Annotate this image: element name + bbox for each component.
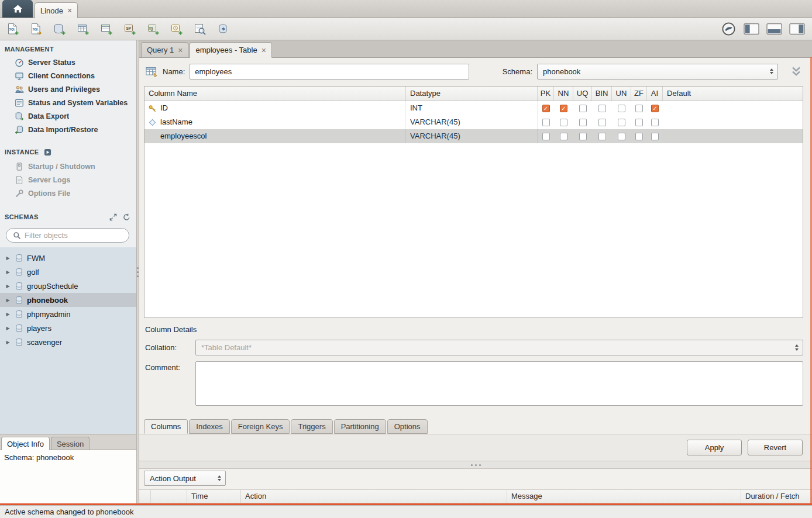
revert-button[interactable]: Revert <box>748 440 803 455</box>
schema-item-players[interactable]: ▶players <box>0 321 136 335</box>
collation-select[interactable]: *Table Default* <box>195 340 803 355</box>
search-table-data-icon[interactable] <box>190 20 211 38</box>
action-output-selector[interactable]: Action Output <box>144 471 226 486</box>
toggle-right-sidebar-icon[interactable] <box>787 20 806 38</box>
column-row-employeescol[interactable]: employeescolVARCHAR(45) <box>144 129 803 143</box>
expand-arrow-icon[interactable]: ▶ <box>5 284 11 289</box>
schema-item-phpmyadmin[interactable]: ▶phpmyadmin <box>0 307 136 321</box>
sidebar-item-server-logs[interactable]: Server Logs <box>0 173 136 187</box>
toggle-bottom-panel-icon[interactable] <box>765 20 783 38</box>
flag-checkbox[interactable] <box>579 133 587 140</box>
flag-checkbox[interactable] <box>560 133 567 140</box>
new-query-tab-icon[interactable]: SQL <box>2 20 23 38</box>
stepper-icon[interactable] <box>215 475 223 482</box>
window-tab-label: Linode <box>40 6 63 15</box>
expand-arrow-icon[interactable]: ▶ <box>5 312 11 317</box>
sidebar-item-server-status[interactable]: Server Status <box>0 56 136 69</box>
info-tab-object-info[interactable]: Object Info <box>1 437 50 450</box>
new-event-icon[interactable] <box>166 20 187 38</box>
output-splitter[interactable] <box>139 461 812 468</box>
column-datatype-cell: INT <box>406 101 538 115</box>
flag-checkbox[interactable]: ✓ <box>542 105 550 112</box>
flag-checkbox[interactable] <box>579 119 587 126</box>
flag-checkbox[interactable] <box>618 105 625 112</box>
flag-checkbox[interactable] <box>618 119 625 126</box>
sidebar-item-status-and-system-variables[interactable]: Status and System Variables <box>0 96 136 109</box>
sidebar-item-startup-shutdown[interactable]: Startup / Shutdown <box>0 160 136 173</box>
stepper-icon[interactable] <box>793 344 801 351</box>
flag-checkbox[interactable] <box>635 133 643 140</box>
flag-checkbox[interactable]: ✓ <box>560 105 567 112</box>
new-function-icon[interactable]: f() <box>143 20 164 38</box>
close-icon[interactable]: × <box>178 47 183 54</box>
schema-item-scavenger[interactable]: ▶scavenger <box>0 335 136 349</box>
flag-checkbox[interactable] <box>579 105 587 112</box>
new-view-icon[interactable] <box>96 20 117 38</box>
subtab-foreign-keys[interactable]: Foreign Keys <box>231 419 290 434</box>
collapse-header-chevrons-icon[interactable] <box>790 65 803 78</box>
tab-label: employees - Table <box>195 46 257 54</box>
action-output-header-cell: Message <box>507 490 741 503</box>
workbench-logo-icon[interactable] <box>719 20 738 38</box>
subtab-columns[interactable]: Columns <box>144 419 188 434</box>
new-procedure-icon[interactable]: SP <box>119 20 140 38</box>
reconnect-dbms-icon[interactable] <box>213 20 234 38</box>
grid-header-cell: UQ <box>573 87 592 101</box>
flag-checkbox[interactable] <box>598 133 606 140</box>
subtab-indexes[interactable]: Indexes <box>189 419 230 434</box>
subtab-options[interactable]: Options <box>387 419 428 434</box>
schema-item-golf[interactable]: ▶golf <box>0 265 136 279</box>
subtab-partitioning[interactable]: Partitioning <box>334 419 386 434</box>
action-output-header: TimeActionMessageDuration / Fetch <box>139 489 812 503</box>
expand-arrow-icon[interactable]: ▶ <box>5 270 11 275</box>
sidebar-item-data-export[interactable]: Data Export <box>0 109 136 123</box>
flag-checkbox[interactable] <box>635 119 643 126</box>
toggle-left-sidebar-icon[interactable] <box>742 20 761 38</box>
info-tab-session[interactable]: Session <box>51 437 90 450</box>
tab-label: Query 1 <box>147 46 174 54</box>
home-tab[interactable] <box>2 0 33 18</box>
close-icon[interactable]: × <box>262 47 266 54</box>
close-icon[interactable]: × <box>67 7 72 14</box>
schema-item-groupschedule[interactable]: ▶groupSchedule <box>0 279 136 293</box>
table-name-input[interactable] <box>190 64 469 80</box>
stepper-icon[interactable] <box>768 68 776 75</box>
expand-arrow-icon[interactable]: ▶ <box>5 298 11 303</box>
tab-query-1[interactable]: Query 1× <box>141 42 188 58</box>
comment-textarea[interactable] <box>195 361 803 406</box>
apply-button[interactable]: Apply <box>687 440 742 455</box>
flag-checkbox[interactable] <box>542 119 550 126</box>
expand-arrow-icon[interactable]: ▶ <box>5 340 11 345</box>
schema-select[interactable]: phonebook <box>537 64 778 80</box>
column-row-lastname[interactable]: lastNameVARCHAR(45) <box>144 115 803 129</box>
schema-item-fwm[interactable]: ▶FWM <box>0 251 136 265</box>
new-table-icon[interactable] <box>73 20 94 38</box>
expand-schemas-icon[interactable] <box>108 212 118 222</box>
flag-checkbox[interactable] <box>651 133 659 140</box>
refresh-schemas-icon[interactable] <box>122 212 132 222</box>
flag-checkbox[interactable] <box>618 133 625 140</box>
flag-checkbox[interactable] <box>635 105 643 112</box>
column-row-id[interactable]: IDINT✓✓✓ <box>144 101 803 115</box>
subtab-triggers[interactable]: Triggers <box>291 419 332 434</box>
expand-arrow-icon[interactable]: ▶ <box>5 255 11 261</box>
flag-checkbox[interactable] <box>598 119 606 126</box>
db-icon <box>14 323 24 333</box>
new-schema-icon[interactable] <box>49 20 70 38</box>
sidebar-item-client-connections[interactable]: Client Connections <box>0 69 136 82</box>
filter-objects-input[interactable] <box>25 231 128 240</box>
schema-item-phonebook[interactable]: ▶phonebook <box>0 293 136 307</box>
window-tab-linode[interactable]: Linode× <box>35 2 78 18</box>
expand-arrow-icon[interactable]: ▶ <box>5 326 11 331</box>
tab-employees-table[interactable]: employees - Table× <box>190 42 271 58</box>
sidebar-item-options-file[interactable]: Options File <box>0 187 136 200</box>
flag-checkbox[interactable] <box>542 133 550 140</box>
sidebar-item-data-import-restore[interactable]: Data Import/Restore <box>0 123 136 136</box>
flag-checkbox[interactable] <box>598 105 606 112</box>
sidebar-item-users-and-privileges[interactable]: Users and Privileges <box>0 82 136 96</box>
flag-checkbox[interactable] <box>651 119 659 126</box>
home-icon <box>13 4 23 13</box>
flag-checkbox[interactable] <box>560 119 567 126</box>
open-sql-script-icon[interactable]: SQL <box>26 20 47 38</box>
flag-checkbox[interactable]: ✓ <box>651 105 659 112</box>
